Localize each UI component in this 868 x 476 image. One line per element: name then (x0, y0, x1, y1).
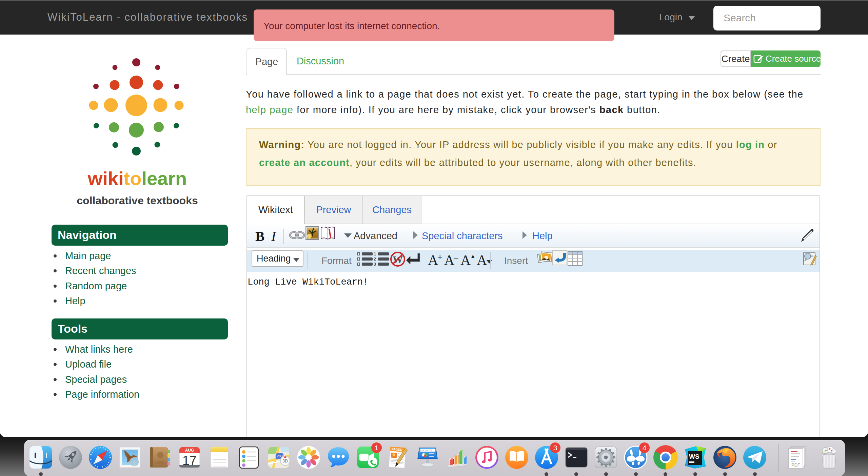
svg-text:3D: 3D (282, 459, 288, 463)
svg-text:KEYNOTE: KEYNOTE (421, 449, 432, 452)
svg-text:1: 1 (374, 251, 376, 256)
svg-text:2: 2 (374, 256, 376, 262)
svg-text:3: 3 (374, 262, 376, 266)
svg-text:WS: WS (689, 453, 699, 460)
svg-text:AUG: AUG (185, 448, 194, 453)
svg-text:PDF: PDF (791, 462, 800, 468)
